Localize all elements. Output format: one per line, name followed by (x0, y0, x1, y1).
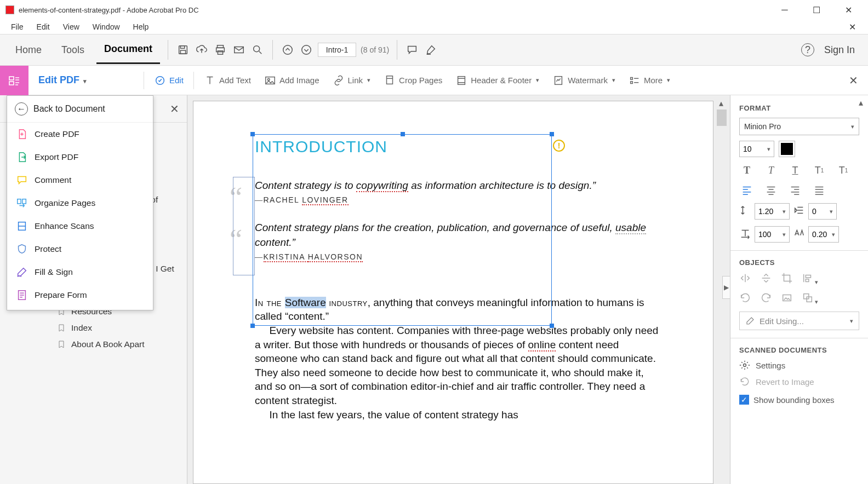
italic-button[interactable]: T (763, 164, 779, 177)
align-left-button[interactable] (739, 183, 755, 197)
search-icon[interactable] (250, 43, 265, 57)
menu-window[interactable]: Window (87, 21, 125, 32)
tool-fill-sign[interactable]: Fill & Sign (7, 261, 153, 284)
tool-link[interactable]: Link▾ (326, 74, 378, 87)
tool-protect[interactable]: Protect (7, 238, 153, 261)
edit-pdf-dropdown[interactable]: Edit PDF ▾ (28, 74, 96, 86)
save-icon[interactable] (176, 43, 190, 57)
superscript-button[interactable]: T1 (812, 164, 827, 177)
mail-icon[interactable] (232, 43, 246, 57)
bold-button[interactable]: T (739, 164, 755, 177)
svg-point-7 (254, 46, 260, 52)
window-close-button[interactable]: ✕ (837, 5, 859, 15)
replace-image-icon[interactable] (781, 292, 793, 306)
svg-rect-15 (387, 76, 393, 84)
settings-link[interactable]: Settings (739, 360, 859, 371)
svg-rect-26 (807, 297, 812, 302)
svg-point-8 (283, 45, 293, 55)
revert-to-image-link: Revert to Image (739, 376, 859, 387)
tool-add-image[interactable]: Add Image (258, 74, 326, 87)
highlighter-icon[interactable] (424, 43, 438, 57)
left-sidebar: 🔖 ✕ …tent Introduction Chapter 2: The Cr… (0, 95, 187, 484)
back-arrow-icon: ← (15, 102, 28, 116)
page-count-label: (8 of 91) (361, 45, 389, 54)
cloud-upload-icon[interactable] (195, 43, 209, 57)
font-family-select[interactable]: Minion Pro▾ (739, 118, 859, 135)
tool-crop-pages[interactable]: Crop Pages (377, 74, 449, 87)
app-icon (5, 5, 14, 14)
document-canvas[interactable]: ▴ INTRODUCTION “ Content strategy is to … (187, 95, 730, 484)
svg-point-14 (267, 78, 270, 80)
primary-toolbar: Home Tools Document Intro-1 (8 of 91) ? … (0, 34, 868, 66)
selected-text-frame[interactable] (253, 134, 552, 326)
tool-comment[interactable]: Comment (7, 169, 153, 192)
tool-export-pdf[interactable]: Export PDF (7, 146, 153, 169)
close-sidebar-button[interactable]: ✕ (170, 102, 179, 116)
window-minimize-button[interactable]: ─ (774, 5, 796, 15)
help-icon[interactable]: ? (801, 43, 814, 56)
sign-in-link[interactable]: Sign In (819, 44, 860, 56)
tool-header-footer[interactable]: Header & Footer▾ (449, 74, 546, 87)
tool-more[interactable]: More▾ (622, 74, 677, 87)
tool-organize-pages[interactable]: Organize Pages (7, 192, 153, 215)
page-view: INTRODUCTION “ Content strategy is to co… (193, 101, 713, 484)
page-name-input[interactable]: Intro-1 (318, 43, 356, 57)
format-panel: ▴ FORMAT Minion Pro▾ 10▾ T T T T1 T1 1.2… (730, 95, 868, 484)
tool-edit[interactable]: Edit (147, 74, 190, 87)
menu-view[interactable]: View (58, 21, 85, 32)
close-editbar-button[interactable]: ✕ (849, 74, 858, 87)
rotate-cw-icon[interactable] (760, 292, 772, 306)
panel-scroll-up-icon[interactable]: ▴ (856, 97, 866, 107)
tool-enhance-scans[interactable]: Enhance Scans (7, 215, 153, 238)
edit-pdf-tile[interactable] (0, 66, 28, 95)
crop-icon[interactable] (781, 272, 793, 286)
edit-using-dropdown[interactable]: Edit Using...▾ (739, 312, 859, 330)
scrollbar-thumb[interactable] (717, 110, 727, 126)
font-color-picker[interactable] (779, 141, 795, 157)
svg-point-9 (302, 45, 311, 55)
show-bounding-boxes-checkbox[interactable]: ✓ Show bounding boxes (739, 395, 859, 405)
tab-home[interactable]: Home (8, 37, 49, 64)
font-size-input[interactable]: 10▾ (739, 141, 774, 157)
flip-horizontal-icon[interactable] (739, 272, 751, 286)
subscript-button[interactable]: T1 (836, 164, 851, 177)
tab-document[interactable]: Document (96, 36, 160, 64)
list-item[interactable]: About A Book Apart (0, 336, 187, 353)
flip-vertical-icon[interactable] (760, 272, 772, 286)
comment-bubble-icon[interactable] (405, 43, 419, 57)
rotate-ccw-icon[interactable] (739, 292, 751, 306)
tracking-input[interactable]: 0.20▾ (808, 226, 839, 243)
line-height-input[interactable]: 1.20▾ (755, 203, 790, 220)
menu-help[interactable]: Help (128, 21, 155, 32)
menu-edit[interactable]: Edit (31, 21, 55, 32)
underline-button[interactable]: T (787, 164, 803, 177)
align-justify-button[interactable] (812, 183, 827, 197)
objects-section-title: OBJECTS (739, 258, 859, 267)
svg-point-27 (744, 364, 746, 367)
print-icon[interactable] (213, 43, 227, 57)
align-center-button[interactable] (763, 183, 779, 197)
window-maximize-button[interactable]: ☐ (806, 5, 827, 15)
tool-create-pdf[interactable]: Create PDF (7, 123, 153, 146)
menu-file[interactable]: File (5, 21, 29, 32)
align-right-button[interactable] (787, 183, 803, 197)
tool-prepare-form[interactable]: Prepare Form (7, 284, 153, 307)
tool-add-text[interactable]: Add Text (197, 74, 258, 87)
warning-badge-icon[interactable]: ! (553, 140, 565, 152)
scroll-up-icon[interactable]: ▴ (716, 97, 727, 108)
back-to-document-button[interactable]: ← Back to Document (7, 96, 153, 123)
align-objects-icon[interactable]: ▾ (802, 272, 818, 286)
tab-tools[interactable]: Tools (54, 37, 92, 64)
list-item[interactable]: Index (0, 320, 187, 336)
svg-rect-25 (804, 294, 809, 299)
tracking-icon (793, 227, 805, 241)
prev-page-icon[interactable] (281, 43, 295, 57)
svg-rect-2 (180, 50, 185, 54)
collapse-right-handle[interactable]: ▶ (722, 276, 730, 299)
horizontal-scale-input[interactable]: 100▾ (755, 226, 790, 243)
indent-input[interactable]: 0▾ (808, 203, 837, 220)
close-document-button[interactable]: ✕ (843, 21, 861, 33)
arrange-icon[interactable]: ▾ (802, 292, 818, 306)
next-page-icon[interactable] (299, 43, 313, 57)
tool-watermark[interactable]: Watermark▾ (546, 74, 622, 87)
